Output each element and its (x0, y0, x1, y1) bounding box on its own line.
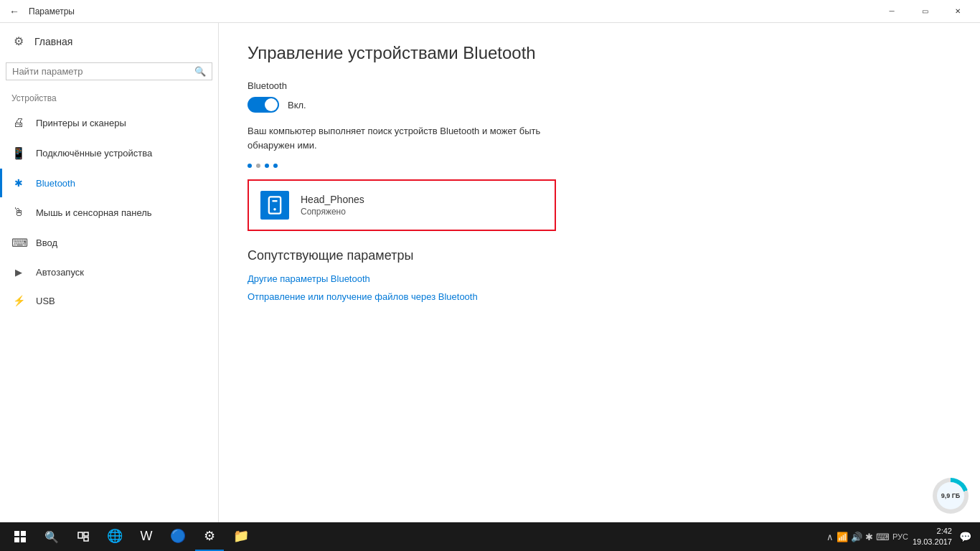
related-link-2[interactable]: Отправление или получение файлов через B… (248, 291, 951, 302)
page-title: Управление устройствами Bluetooth (248, 43, 951, 63)
svg-rect-6 (21, 537, 26, 542)
tray-arrow[interactable]: ∧ (826, 532, 834, 542)
sidebar-item-label: Мышь и сенсорная панель (36, 207, 152, 218)
taskbar-ie[interactable]: 🌐 (100, 522, 129, 551)
sidebar-item-usb[interactable]: ⚡ USB (0, 286, 218, 315)
svg-rect-8 (84, 532, 88, 536)
date: 19.03.2017 (913, 537, 952, 547)
device-icon (260, 191, 289, 220)
svg-point-2 (273, 208, 276, 211)
taskbar-left: 🔍 🌐 W 🔵 ⚙ 📁 (6, 522, 255, 551)
sidebar-item-connected[interactable]: 📱 Подключённые устройства (0, 138, 218, 169)
bluetooth-toggle[interactable] (248, 97, 279, 113)
svg-rect-9 (84, 537, 88, 541)
taskbar-explorer[interactable]: 📁 (227, 522, 255, 551)
system-tray: ∧ 📶 🔊 ✱ ⌨ РУС (826, 532, 908, 542)
bluetooth-icon: ✱ (11, 177, 26, 189)
sidebar-item-label: Bluetooth (36, 178, 75, 189)
notification-button[interactable]: 💬 (956, 531, 974, 542)
taskbar-chrome[interactable]: 🔵 (164, 522, 192, 551)
discovery-text: Ваш компьютер выполняет поиск устройств … (248, 124, 556, 152)
home-icon: ⚙ (11, 34, 26, 48)
time: 2:42 (913, 526, 952, 537)
lang-label[interactable]: РУС (892, 532, 908, 541)
dot-3 (265, 164, 269, 168)
related-title: Сопутствующие параметры (248, 248, 951, 263)
search-taskbar-button[interactable]: 🔍 (37, 522, 66, 551)
dot-1 (248, 164, 252, 168)
sidebar-home[interactable]: ⚙ Главная (0, 23, 218, 60)
main-content: Управление устройствами Bluetooth Blueto… (219, 23, 980, 522)
device-status: Сопряжено (301, 207, 364, 217)
sidebar-item-label: Автозапуск (36, 267, 84, 278)
home-label: Главная (34, 36, 72, 47)
disk-usage-indicator: 9,9 ГБ (933, 478, 969, 514)
dot-4 (273, 164, 278, 168)
autostart-icon: ▶ (11, 267, 26, 278)
sidebar-item-printers[interactable]: 🖨 Принтеры и сканеры (0, 108, 218, 138)
keyboard-icon: ⌨ (11, 236, 26, 250)
network-icon[interactable]: 📶 (837, 532, 848, 542)
dot-2 (256, 164, 260, 168)
device-info: Head_Phones Сопряжено (301, 194, 364, 217)
search-icon: 🔍 (194, 66, 206, 77)
scanning-dots (248, 164, 951, 168)
svg-rect-7 (78, 532, 83, 538)
sidebar: ⚙ Главная 🔍 Устройства 🖨 Принтеры и скан… (0, 23, 219, 522)
taskbar-word[interactable]: W (132, 522, 161, 551)
mouse-icon: 🖱 (11, 206, 26, 219)
clock[interactable]: 2:42 19.03.2017 (913, 526, 952, 548)
keyboard-tray-icon[interactable]: ⌨ (876, 532, 890, 542)
taskbar-right: ∧ 📶 🔊 ✱ ⌨ РУС 2:42 19.03.2017 💬 (826, 526, 974, 548)
svg-rect-0 (269, 197, 281, 213)
section-label: Устройства (0, 89, 218, 108)
toggle-label: Вкл. (288, 100, 306, 110)
svg-rect-4 (21, 531, 26, 536)
titlebar: ← Параметры ─ ▭ ✕ (0, 0, 980, 23)
window-title: Параметры (29, 6, 75, 17)
svg-rect-3 (14, 531, 19, 536)
sidebar-item-label: Подключённые устройства (36, 148, 152, 159)
search-input[interactable] (12, 66, 190, 77)
sidebar-item-label: Ввод (36, 237, 57, 248)
toggle-knob (265, 98, 278, 111)
disk-label: 9,9 ГБ (937, 482, 964, 509)
close-button[interactable]: ✕ (941, 0, 974, 23)
minimize-button[interactable]: ─ (875, 0, 908, 23)
titlebar-left: ← Параметры (6, 3, 75, 20)
back-button[interactable]: ← (6, 3, 23, 20)
volume-icon[interactable]: 🔊 (851, 532, 862, 542)
device-name: Head_Phones (301, 194, 364, 205)
sidebar-item-mouse[interactable]: 🖱 Мышь и сенсорная панель (0, 197, 218, 227)
task-view-button[interactable] (69, 522, 98, 551)
taskbar-settings[interactable]: ⚙ (195, 522, 224, 551)
sidebar-item-autostart[interactable]: ▶ Автозапуск (0, 258, 218, 286)
sidebar-item-label: USB (36, 296, 55, 306)
bluetooth-section-label: Bluetooth (248, 80, 951, 91)
bluetooth-toggle-row: Вкл. (248, 97, 951, 113)
sidebar-item-input[interactable]: ⌨ Ввод (0, 227, 218, 258)
device-card[interactable]: Head_Phones Сопряжено (248, 179, 556, 231)
search-box[interactable]: 🔍 (6, 62, 212, 80)
maximize-button[interactable]: ▭ (908, 0, 941, 23)
sidebar-item-label: Принтеры и сканеры (36, 118, 126, 128)
app-body: ⚙ Главная 🔍 Устройства 🖨 Принтеры и скан… (0, 23, 980, 522)
bluetooth-tray-icon[interactable]: ✱ (865, 532, 873, 542)
sidebar-item-bluetooth[interactable]: ✱ Bluetooth (0, 169, 218, 197)
svg-rect-5 (14, 537, 19, 542)
start-button[interactable] (6, 522, 34, 551)
taskbar: 🔍 🌐 W 🔵 ⚙ 📁 ∧ 📶 🔊 ✱ ⌨ РУС 2:42 19.03.201… (0, 522, 980, 551)
connected-icon: 📱 (11, 146, 26, 160)
window-controls: ─ ▭ ✕ (875, 0, 974, 23)
printer-icon: 🖨 (11, 116, 26, 129)
related-link-1[interactable]: Другие параметры Bluetooth (248, 273, 951, 284)
usb-icon: ⚡ (11, 295, 26, 306)
